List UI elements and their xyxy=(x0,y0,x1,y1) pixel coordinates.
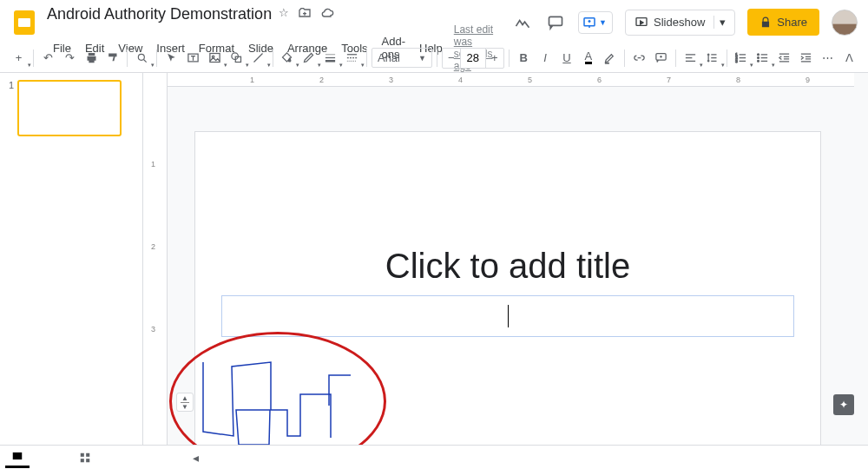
vertical-ruler[interactable]: 1 2 3 xyxy=(143,73,168,445)
star-icon[interactable]: ☆ xyxy=(279,6,289,23)
slideshow-button[interactable]: Slideshow ▾ xyxy=(625,10,735,36)
fill-color-button[interactable] xyxy=(277,47,297,69)
font-size-control: − + xyxy=(442,48,504,69)
bold-button[interactable]: B xyxy=(514,47,534,69)
comment-icon[interactable] xyxy=(545,12,566,33)
svg-rect-1 xyxy=(18,18,30,27)
paint-format-button[interactable] xyxy=(103,47,123,69)
lock-icon xyxy=(760,17,772,29)
border-dash-button[interactable] xyxy=(342,47,362,69)
svg-rect-20 xyxy=(86,452,89,456)
print-button[interactable] xyxy=(82,47,102,69)
underline-button[interactable]: U xyxy=(557,47,577,69)
italic-button[interactable]: I xyxy=(536,47,556,69)
scribble-drawing[interactable] xyxy=(199,349,372,445)
border-color-button[interactable] xyxy=(299,47,319,69)
svg-rect-2 xyxy=(549,17,562,25)
new-slide-button[interactable]: + xyxy=(9,47,29,69)
border-weight-button[interactable] xyxy=(320,47,340,69)
image-tool[interactable] xyxy=(205,47,225,69)
highlight-color-button[interactable] xyxy=(600,47,620,69)
collapse-toolbar-button[interactable]: ᐱ xyxy=(839,47,859,69)
text-cursor xyxy=(508,305,509,327)
shape-tool[interactable] xyxy=(227,47,247,69)
grid-view-button[interactable] xyxy=(73,447,97,468)
account-avatar[interactable] xyxy=(832,10,858,36)
bulleted-list-button[interactable] xyxy=(753,47,773,69)
speaker-notes-toggle[interactable]: ▲▼ xyxy=(176,393,194,412)
slide-panel: 1 xyxy=(0,73,143,445)
decrease-indent-button[interactable] xyxy=(774,47,794,69)
present-icon xyxy=(635,16,648,30)
horizontal-ruler[interactable]: 1 2 3 4 5 6 7 8 9 xyxy=(168,73,854,87)
svg-rect-21 xyxy=(81,459,84,462)
line-tool[interactable] xyxy=(248,47,268,69)
filmstrip-view-button[interactable] xyxy=(5,447,30,468)
explore-button[interactable]: ✦ xyxy=(833,394,854,415)
bottom-bar: ◂ xyxy=(0,445,868,469)
share-button[interactable]: Share xyxy=(747,9,819,36)
insert-link-button[interactable] xyxy=(629,47,649,69)
activity-icon[interactable] xyxy=(512,12,533,33)
select-tool[interactable] xyxy=(161,47,181,69)
title-placeholder-text: Click to add title xyxy=(385,247,630,286)
move-folder-icon[interactable] xyxy=(298,6,312,23)
svg-rect-22 xyxy=(86,459,89,462)
svg-rect-19 xyxy=(81,452,84,456)
slide-thumbnail-1[interactable] xyxy=(17,80,122,136)
subtitle-textbox[interactable] xyxy=(221,295,794,337)
present-dropdown[interactable]: ▼ xyxy=(578,11,613,34)
font-size-input[interactable] xyxy=(460,49,486,68)
svg-rect-18 xyxy=(13,452,23,459)
workspace: 1 1 2 3 1 2 3 4 5 6 7 8 9 Click to add t… xyxy=(0,73,868,445)
svg-rect-7 xyxy=(210,54,220,63)
insert-comment-button[interactable] xyxy=(651,47,671,69)
svg-text:3: 3 xyxy=(736,59,739,63)
line-spacing-button[interactable] xyxy=(702,47,722,69)
cloud-status-icon[interactable] xyxy=(320,6,334,23)
app-header: Android Authority Demonstration ☆ File E… xyxy=(0,0,868,43)
svg-point-15 xyxy=(758,54,760,56)
increase-indent-button[interactable] xyxy=(796,47,816,69)
svg-point-17 xyxy=(758,60,760,62)
text-color-button[interactable]: A xyxy=(578,47,598,69)
slide-number: 1 xyxy=(9,80,14,90)
align-button[interactable] xyxy=(681,47,700,69)
numbered-list-button[interactable]: 123 xyxy=(732,47,752,69)
document-title[interactable]: Android Authority Demonstration xyxy=(47,5,272,23)
slides-logo-icon[interactable] xyxy=(9,7,40,38)
scroll-left-button[interactable]: ◂ xyxy=(193,451,199,465)
zoom-button[interactable] xyxy=(132,47,152,69)
font-size-decrease[interactable]: − xyxy=(443,49,460,68)
textbox-tool[interactable] xyxy=(183,47,203,69)
slideshow-caret-icon[interactable]: ▾ xyxy=(713,16,726,29)
undo-button[interactable]: ↶ xyxy=(38,47,58,69)
svg-point-16 xyxy=(758,57,760,59)
font-size-increase[interactable]: + xyxy=(486,49,503,68)
more-options-button[interactable]: ⋯ xyxy=(818,47,838,69)
title-placeholder-box[interactable]: Click to add title xyxy=(221,238,794,294)
font-family-select[interactable]: Arial▼ xyxy=(372,48,432,68)
svg-point-5 xyxy=(138,54,144,60)
canvas-area: 1 2 3 1 2 3 4 5 6 7 8 9 Click to add tit… xyxy=(143,73,868,445)
redo-button[interactable]: ↷ xyxy=(60,47,80,69)
